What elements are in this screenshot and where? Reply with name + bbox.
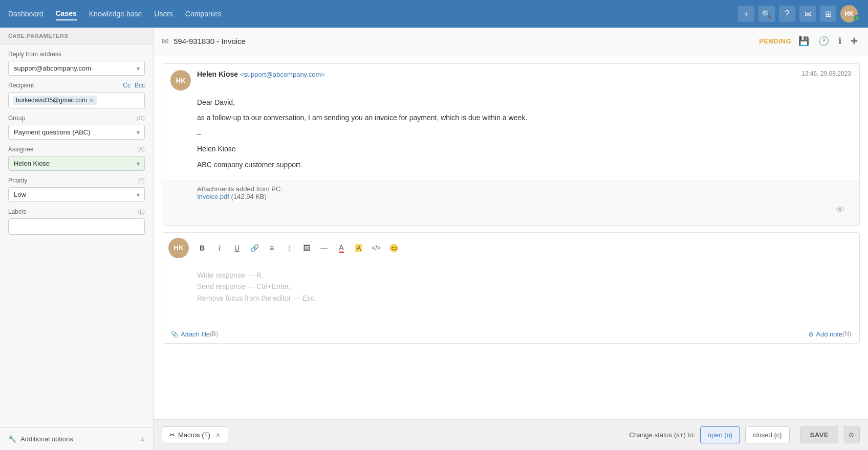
additional-options-label: Additional options — [20, 435, 73, 443]
link-icon: 🔗 — [250, 244, 259, 252]
open-status-button[interactable]: open (o) — [700, 426, 740, 443]
case-status: PENDING — [759, 37, 791, 45]
additional-options[interactable]: 🔧 Additional options ∧ — [0, 428, 153, 450]
history-button[interactable]: 🕐 — [816, 35, 831, 48]
sidebar: CASE PARAMETERS Reply from address suppo… — [0, 28, 154, 450]
reply-from-label: Reply from address — [8, 51, 145, 58]
attach-shortcut: (B) — [210, 330, 218, 338]
underline-icon: U — [234, 244, 240, 252]
reply-placeholder-line1: Write response — R. — [197, 271, 264, 279]
case-email-icon: ✉ — [162, 36, 168, 46]
sidebar-header: CASE PARAMETERS — [0, 28, 153, 44]
emoji-button[interactable]: 😊 — [385, 240, 402, 256]
case-title: 594-931830 - Invoice — [173, 37, 246, 46]
assignee-select[interactable]: Helen Kiose — [8, 156, 145, 171]
nav-dashboard[interactable]: Dashboard — [8, 8, 44, 20]
message-avatar: HK — [170, 70, 191, 91]
priority-select[interactable]: Low — [8, 187, 145, 202]
info-button[interactable]: ℹ — [836, 35, 843, 48]
ordered-list-button[interactable]: ≡ — [264, 240, 280, 256]
reply-from-wrapper: support@abcompany.com — [8, 61, 145, 76]
nav-companies[interactable]: Companies — [185, 8, 222, 20]
attachments-label: Attachments added from PC: — [197, 185, 283, 193]
note-icon: ⊕ — [808, 330, 814, 338]
labels-input[interactable] — [8, 218, 145, 235]
reply-from-section: Reply from address support@abcompany.com — [0, 44, 153, 82]
bcc-button[interactable]: Bcc — [135, 82, 145, 89]
macros-button[interactable]: ✂ Macros (T) ∧ — [162, 426, 228, 443]
unordered-list-icon: ⋮ — [286, 244, 293, 252]
add-button[interactable]: ＋ — [738, 6, 754, 22]
bold-button[interactable]: B — [194, 240, 210, 256]
wrench-icon: 🔧 — [8, 435, 16, 443]
nav-users[interactable]: Users — [154, 8, 173, 20]
messages-area: HK Helen Kiose <support@abcompany.com> 1… — [154, 55, 868, 419]
grid-button[interactable]: ⊞ — [820, 6, 836, 22]
nav-actions-group: ＋ 🔍 ? ✉ ⊞ HK — [738, 5, 860, 22]
add-note-shortcut: (N) — [842, 330, 851, 338]
eye-icon[interactable]: 👁 — [836, 205, 845, 215]
attachment-link[interactable]: Invoice.pdf — [197, 193, 229, 200]
recipient-tag: burkedavid35@gmail.com ✕ — [13, 96, 97, 105]
italic-button[interactable]: I — [211, 240, 228, 256]
email-icon: ✉ — [805, 9, 811, 19]
add-note-button[interactable]: ⊕ Add note — [808, 330, 842, 338]
code-button[interactable]: </> — [368, 240, 384, 256]
assignee-section: Assignee (A) Helen Kiose — [0, 146, 153, 177]
group-shortcut: (G) — [137, 115, 145, 121]
add-note-label: Add note — [816, 330, 842, 338]
message-avatar-initials: HK — [176, 77, 186, 84]
save-dropdown-button[interactable]: ⊙ — [843, 426, 860, 443]
labels-section: Labels (L) — [0, 208, 153, 241]
font-color-button[interactable]: A — [333, 240, 350, 256]
image-icon: 🖼 — [303, 244, 310, 252]
remove-recipient-icon[interactable]: ✕ — [89, 97, 94, 104]
link-button[interactable]: 🔗 — [246, 240, 263, 256]
search-button[interactable]: 🔍 — [758, 6, 775, 22]
macros-icon: ✂ — [169, 431, 175, 439]
bg-color-icon: A — [355, 244, 362, 252]
save-button[interactable]: SAVE — [800, 426, 838, 443]
closed-status-button[interactable]: closed (c) — [745, 426, 789, 443]
bold-icon: B — [200, 244, 205, 252]
hr-button[interactable]: — — [316, 240, 332, 256]
help-button[interactable]: ? — [779, 6, 795, 22]
image-button[interactable]: 🖼 — [298, 240, 315, 256]
message-sender-email: <support@abcompany.com> — [240, 71, 325, 78]
case-header-actions: 💾 🕐 ℹ ✚ — [796, 35, 860, 48]
nav-knowledge-base[interactable]: Knowledge base — [89, 8, 142, 20]
add-icon: ＋ — [742, 9, 750, 19]
main-content: ✉ 594-931830 - Invoice PENDING 💾 🕐 ℹ ✚ — [154, 28, 868, 450]
group-select[interactable]: Payment questions (ABC) — [8, 125, 145, 140]
message-greeting: Dear David, — [197, 97, 851, 108]
cc-button[interactable]: Cc — [123, 82, 131, 89]
message-info: Helen Kiose <support@abcompany.com> — [197, 70, 795, 78]
recipient-label: Recipient Cc Bcc — [8, 82, 145, 89]
bg-color-button[interactable]: A — [351, 240, 367, 256]
message-card: HK Helen Kiose <support@abcompany.com> 1… — [162, 63, 860, 226]
recipient-field[interactable]: burkedavid35@gmail.com ✕ — [8, 92, 145, 108]
reply-header: HK B I U 🔗 — [162, 233, 859, 263]
paperclip-icon: 📎 — [170, 330, 179, 338]
attach-file-button[interactable]: 📎 Attach file — [170, 330, 210, 338]
reply-editor[interactable]: Write response — R. Send response — Ctrl… — [162, 263, 859, 325]
reply-area: HK B I U 🔗 — [162, 232, 860, 344]
reply-footer: 📎 Attach file (B) ⊕ Add note (N) — [162, 325, 859, 343]
email-button[interactable]: ✉ — [799, 6, 816, 22]
message-sender-name: Helen Kiose — [197, 70, 238, 78]
unordered-list-button[interactable]: ⋮ — [281, 240, 297, 256]
top-navigation: Dashboard Cases Knowledge base Users Com… — [0, 0, 868, 28]
extend-button[interactable]: ✚ — [849, 35, 860, 48]
save-icon: 💾 — [798, 36, 809, 46]
nav-cases[interactable]: Cases — [56, 7, 77, 20]
ordered-list-icon: ≡ — [270, 244, 274, 252]
code-icon: </> — [372, 244, 380, 252]
group-label: Group (G) — [8, 115, 145, 122]
search-icon: 🔍 — [762, 9, 772, 19]
reply-from-select[interactable]: support@abcompany.com — [8, 61, 145, 76]
change-status-label: Change status (s+) to: — [630, 431, 695, 439]
message-attachments: Attachments added from PC: Invoice.pdf (… — [162, 181, 859, 226]
save-case-button[interactable]: 💾 — [796, 35, 811, 48]
underline-button[interactable]: U — [229, 240, 245, 256]
status-dot — [854, 15, 860, 21]
